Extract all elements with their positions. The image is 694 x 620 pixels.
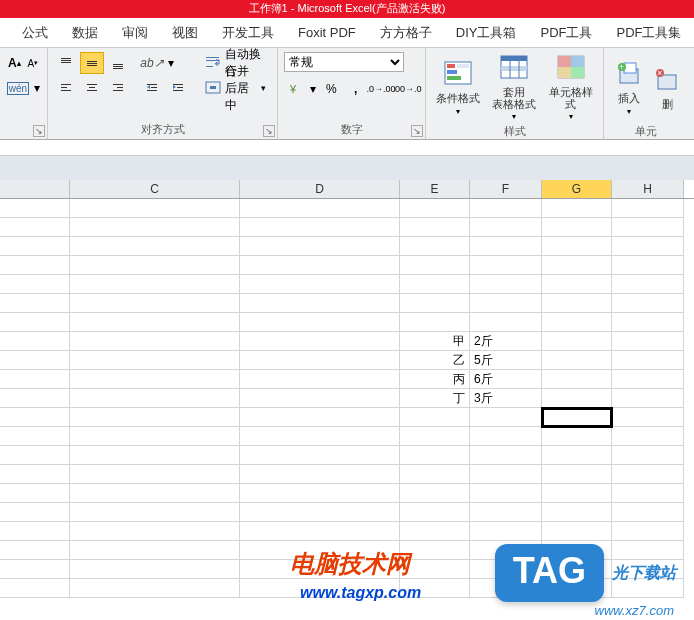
cell-C13[interactable]	[70, 427, 240, 446]
cell-E6[interactable]	[400, 294, 470, 313]
cell-H7[interactable]	[612, 313, 684, 332]
tab-pdftoolset[interactable]: PDF工具集	[604, 18, 693, 48]
cell-D6[interactable]	[240, 294, 400, 313]
cell-B4[interactable]	[0, 256, 70, 275]
cell-F8[interactable]: 2斤	[470, 332, 542, 351]
cell-B12[interactable]	[0, 408, 70, 427]
delete-button[interactable]: × 删	[652, 52, 682, 122]
cell-C7[interactable]	[70, 313, 240, 332]
cell-D12[interactable]	[240, 408, 400, 427]
cell-G7[interactable]	[542, 313, 612, 332]
cell-C1[interactable]	[70, 199, 240, 218]
cell-C20[interactable]	[70, 560, 240, 579]
cell-H3[interactable]	[612, 237, 684, 256]
cell-E7[interactable]	[400, 313, 470, 332]
cell-C17[interactable]	[70, 503, 240, 522]
col-header-E[interactable]: E	[400, 180, 470, 198]
cell-B13[interactable]	[0, 427, 70, 446]
tab-data[interactable]: 数据	[60, 18, 110, 48]
cell-F9[interactable]: 5斤	[470, 351, 542, 370]
cell-H4[interactable]	[612, 256, 684, 275]
cell-B16[interactable]	[0, 484, 70, 503]
cell-G8[interactable]	[542, 332, 612, 351]
cell-C19[interactable]	[70, 541, 240, 560]
cell-D17[interactable]	[240, 503, 400, 522]
comma-button[interactable]: ,	[344, 78, 367, 100]
cell-H1[interactable]	[612, 199, 684, 218]
cell-G17[interactable]	[542, 503, 612, 522]
cell-F3[interactable]	[470, 237, 542, 256]
cell-B19[interactable]	[0, 541, 70, 560]
cell-F13[interactable]	[470, 427, 542, 446]
cell-H10[interactable]	[612, 370, 684, 389]
cell-D13[interactable]	[240, 427, 400, 446]
cell-B17[interactable]	[0, 503, 70, 522]
tab-foxitpdf[interactable]: Foxit PDF	[286, 18, 368, 48]
cell-C15[interactable]	[70, 465, 240, 484]
decrease-decimal-button[interactable]: .00→.0	[395, 78, 419, 100]
cell-F2[interactable]	[470, 218, 542, 237]
cell-E11[interactable]: 丁	[400, 389, 470, 408]
phonetic-button[interactable]: wén	[6, 77, 30, 99]
cell-G12[interactable]	[542, 408, 612, 427]
cell-style-button[interactable]: 单元格样式 ▾	[545, 52, 597, 122]
cell-B6[interactable]	[0, 294, 70, 313]
cell-E2[interactable]	[400, 218, 470, 237]
cell-H14[interactable]	[612, 446, 684, 465]
tab-view[interactable]: 视图	[160, 18, 210, 48]
cell-D8[interactable]	[240, 332, 400, 351]
align-middle-button[interactable]	[80, 52, 104, 74]
tab-developer[interactable]: 开发工具	[210, 18, 286, 48]
cell-G5[interactable]	[542, 275, 612, 294]
cell-C12[interactable]	[70, 408, 240, 427]
cell-F4[interactable]	[470, 256, 542, 275]
cell-F17[interactable]	[470, 503, 542, 522]
increase-decimal-button[interactable]: .0→.00	[369, 78, 393, 100]
dialog-launcher-number[interactable]: ↘	[411, 125, 423, 137]
cell-C6[interactable]	[70, 294, 240, 313]
increase-indent-button[interactable]	[166, 77, 190, 99]
table-format-button[interactable]: 套用 表格格式 ▾	[488, 52, 540, 122]
cell-E20[interactable]	[400, 560, 470, 579]
cell-F1[interactable]	[470, 199, 542, 218]
cell-B11[interactable]	[0, 389, 70, 408]
cell-C2[interactable]	[70, 218, 240, 237]
cell-E16[interactable]	[400, 484, 470, 503]
cell-D2[interactable]	[240, 218, 400, 237]
cell-E3[interactable]	[400, 237, 470, 256]
cell-C5[interactable]	[70, 275, 240, 294]
cell-F6[interactable]	[470, 294, 542, 313]
cell-H11[interactable]	[612, 389, 684, 408]
increase-font-button[interactable]: A▴	[6, 52, 23, 74]
cell-G13[interactable]	[542, 427, 612, 446]
cell-C4[interactable]	[70, 256, 240, 275]
cell-B14[interactable]	[0, 446, 70, 465]
cell-H18[interactable]	[612, 522, 684, 541]
cell-E12[interactable]	[400, 408, 470, 427]
align-left-button[interactable]	[54, 77, 78, 99]
col-header-D[interactable]: D	[240, 180, 400, 198]
cell-G11[interactable]	[542, 389, 612, 408]
cell-F7[interactable]	[470, 313, 542, 332]
cell-D1[interactable]	[240, 199, 400, 218]
tab-diy[interactable]: DIY工具箱	[444, 18, 529, 48]
currency-dropdown[interactable]: ▾	[309, 78, 318, 100]
cell-D18[interactable]	[240, 522, 400, 541]
tab-review[interactable]: 审阅	[110, 18, 160, 48]
cell-C3[interactable]	[70, 237, 240, 256]
cell-F11[interactable]: 3斤	[470, 389, 542, 408]
cell-E17[interactable]	[400, 503, 470, 522]
cell-B10[interactable]	[0, 370, 70, 389]
cell-E8[interactable]: 甲	[400, 332, 470, 351]
cell-G1[interactable]	[542, 199, 612, 218]
cell-B15[interactable]	[0, 465, 70, 484]
cell-B20[interactable]	[0, 560, 70, 579]
cell-C9[interactable]	[70, 351, 240, 370]
cell-D9[interactable]	[240, 351, 400, 370]
merge-center-button[interactable]: 合并后居中 ▾	[200, 77, 271, 99]
cell-F18[interactable]	[470, 522, 542, 541]
number-format-select[interactable]: 常规	[284, 52, 404, 72]
cell-D10[interactable]	[240, 370, 400, 389]
cell-H6[interactable]	[612, 294, 684, 313]
cell-E1[interactable]	[400, 199, 470, 218]
